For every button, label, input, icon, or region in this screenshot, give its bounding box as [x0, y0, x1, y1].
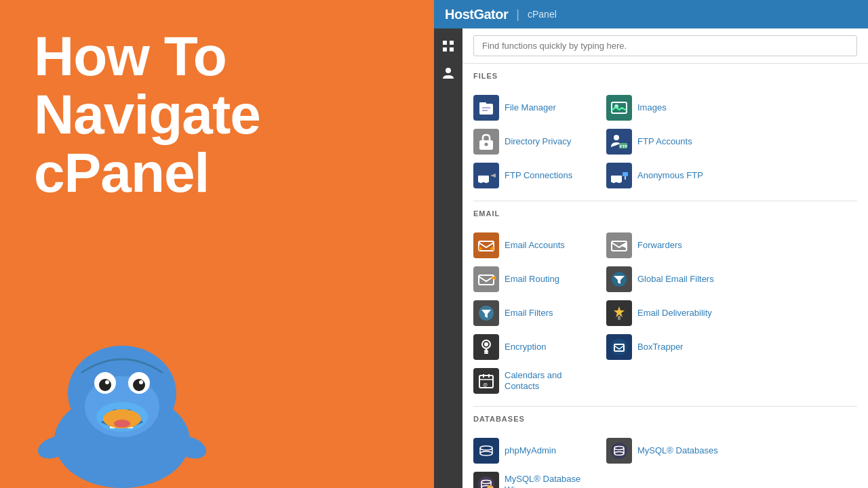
global-email-filters-item[interactable]: Global Email Filters	[601, 262, 734, 296]
databases-items-grid: phpMyAdmin MySQL® Databases W MySQL® Dat…	[462, 431, 868, 488]
phpmyadmin-item[interactable]: phpMyAdmin	[468, 434, 601, 468]
email-routing-item[interactable]: Email Routing	[468, 262, 601, 296]
svg-point-57	[484, 342, 488, 346]
email-items-grid: Email Accounts Forwarders Email Routing	[462, 226, 868, 406]
anonymous-ftp-icon: FTP	[606, 163, 632, 188]
email-filters-label: Email Filters	[505, 308, 553, 319]
ftp-connections-label: FTP Connections	[505, 170, 572, 181]
header-divider: |	[516, 7, 519, 22]
svg-rect-44	[623, 172, 628, 176]
main-area: FILES File Manager Images	[434, 28, 868, 488]
mysql-wizard-item[interactable]: W MySQL® Database Wiza...	[468, 468, 601, 488]
mysql-wizard-icon: W	[473, 472, 499, 488]
files-items-grid: File Manager Images Directory Privacy	[462, 88, 868, 201]
file-manager-label: File Manager	[505, 102, 556, 113]
boxtrapper-label: BoxTrapper	[637, 342, 683, 352]
boxtrapper-icon	[606, 334, 632, 360]
search-bar	[462, 28, 868, 64]
svg-rect-22	[450, 47, 454, 52]
svg-point-8	[139, 380, 143, 384]
files-section-header: FILES	[462, 64, 868, 88]
sidebar	[434, 28, 462, 488]
header: HostGator | cPanel	[434, 0, 868, 28]
mysql-wizard-label: MySQL® Database Wiza...	[505, 474, 595, 488]
right-panel: HostGator | cPanel FILES	[434, 0, 868, 488]
svg-text:FTP: FTP	[479, 177, 486, 181]
email-routing-icon	[473, 266, 499, 292]
gator-image	[14, 305, 231, 488]
cpanel-label: cPanel	[528, 9, 557, 20]
svg-marker-50	[620, 243, 626, 248]
ftp-accounts-label: FTP Accounts	[637, 136, 692, 147]
directory-privacy-label: Directory Privacy	[505, 136, 571, 147]
encryption-label: Encryption	[505, 342, 546, 352]
encryption-icon	[473, 334, 499, 360]
svg-text:@: @	[483, 382, 488, 387]
email-filters-icon	[473, 300, 499, 326]
sidebar-grid-icon[interactable]	[437, 35, 459, 57]
svg-rect-25	[479, 102, 486, 105]
directory-privacy-item[interactable]: Directory Privacy	[468, 125, 601, 159]
svg-point-5	[99, 379, 111, 391]
svg-rect-21	[443, 47, 447, 52]
email-routing-label: Email Routing	[505, 274, 559, 285]
svg-rect-27	[482, 110, 488, 111]
svg-point-6	[133, 379, 145, 391]
file-manager-item[interactable]: File Manager	[468, 91, 601, 125]
svg-point-23	[446, 68, 451, 73]
email-deliverability-icon	[606, 300, 632, 326]
svg-rect-20	[450, 41, 454, 45]
mysql-databases-label: MySQL® Databases	[637, 445, 718, 456]
ftp-accounts-item[interactable]: FTP FTP Accounts	[601, 125, 734, 159]
svg-rect-19	[443, 41, 447, 45]
files-section-title: FILES	[473, 72, 857, 80]
ftp-accounts-icon: FTP	[606, 129, 632, 155]
images-label: Images	[637, 102, 667, 113]
svg-marker-39	[490, 174, 496, 178]
anonymous-ftp-label: Anonymous FTP	[637, 170, 703, 181]
sidebar-user-icon[interactable]	[437, 62, 459, 84]
email-section-title: EMAIL	[473, 209, 857, 218]
email-deliverability-label: Email Deliverability	[637, 308, 712, 319]
ftp-connections-item[interactable]: FTP FTP Connections	[468, 159, 601, 192]
svg-rect-26	[482, 107, 490, 108]
forwarders-item[interactable]: Forwarders	[601, 228, 734, 262]
email-filters-item[interactable]: Email Filters	[468, 296, 601, 330]
svg-marker-47	[479, 246, 483, 251]
file-manager-icon	[473, 95, 499, 121]
svg-text:FTP: FTP	[620, 144, 627, 148]
svg-point-73	[611, 443, 627, 459]
mysql-databases-item[interactable]: MySQL® Databases	[601, 434, 734, 468]
email-deliverability-item[interactable]: Email Deliverability	[601, 296, 734, 330]
images-item[interactable]: Images	[601, 91, 734, 125]
left-panel: How To Navigate cPanel	[0, 0, 434, 488]
anonymous-ftp-item[interactable]: FTP Anonymous FTP	[601, 159, 734, 192]
brand-name: HostGator	[445, 7, 508, 22]
email-accounts-label: Email Accounts	[505, 240, 565, 251]
phpmyadmin-icon	[473, 438, 499, 464]
forwarders-icon	[606, 232, 632, 258]
svg-point-7	[105, 380, 109, 384]
svg-marker-48	[490, 246, 494, 251]
calendars-contacts-item[interactable]: @ Calendars and Contacts	[468, 364, 601, 398]
svg-point-31	[485, 143, 488, 146]
mysql-databases-icon	[606, 438, 632, 464]
svg-point-61	[611, 339, 627, 355]
forwarders-label: Forwarders	[637, 240, 682, 251]
boxtrapper-item[interactable]: BoxTrapper	[601, 330, 734, 364]
calendars-contacts-label: Calendars and Contacts	[505, 370, 595, 391]
calendars-contacts-icon: @	[473, 368, 499, 394]
email-section-header: EMAIL	[462, 201, 868, 226]
phpmyadmin-label: phpMyAdmin	[505, 445, 556, 456]
email-accounts-item[interactable]: Email Accounts	[468, 228, 601, 262]
svg-point-32	[614, 135, 619, 140]
svg-point-18	[114, 420, 130, 428]
hero-text: How To Navigate cPanel	[34, 27, 400, 202]
email-accounts-icon	[473, 232, 499, 258]
databases-section-header: DATABASES	[462, 407, 868, 431]
svg-rect-24	[479, 104, 493, 115]
directory-privacy-icon	[473, 129, 499, 155]
svg-text:FTP: FTP	[612, 177, 618, 181]
encryption-item[interactable]: Encryption	[468, 330, 601, 364]
search-input[interactable]	[473, 35, 857, 56]
